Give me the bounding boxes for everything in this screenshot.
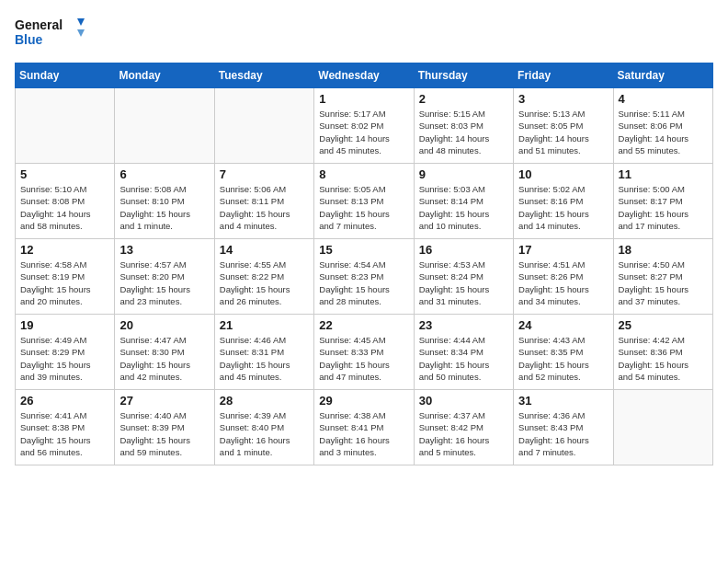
day-info: Sunrise: 5:11 AM Sunset: 8:06 PM Dayligh… <box>619 108 708 156</box>
week-row-3: 12Sunrise: 4:58 AM Sunset: 8:19 PM Dayli… <box>16 239 713 315</box>
svg-marker-3 <box>77 29 85 37</box>
calendar-cell: 19Sunrise: 4:49 AM Sunset: 8:29 PM Dayli… <box>16 315 115 390</box>
day-info: Sunrise: 4:50 AM Sunset: 8:27 PM Dayligh… <box>619 259 708 307</box>
calendar-cell: 18Sunrise: 4:50 AM Sunset: 8:27 PM Dayli… <box>613 239 712 315</box>
calendar-cell: 17Sunrise: 4:51 AM Sunset: 8:26 PM Dayli… <box>514 239 613 315</box>
day-number: 2 <box>419 92 508 106</box>
day-info: Sunrise: 5:08 AM Sunset: 8:10 PM Dayligh… <box>119 183 209 232</box>
day-info: Sunrise: 4:43 AM Sunset: 8:35 PM Dayligh… <box>518 334 608 383</box>
calendar-cell: 27Sunrise: 4:40 AM Sunset: 8:39 PM Dayli… <box>115 390 214 465</box>
day-number: 19 <box>20 318 109 332</box>
calendar-cell: 12Sunrise: 4:58 AM Sunset: 8:19 PM Dayli… <box>16 239 115 315</box>
column-header-saturday: Saturday <box>613 63 712 88</box>
day-number: 10 <box>518 167 608 181</box>
day-info: Sunrise: 4:39 AM Sunset: 8:40 PM Dayligh… <box>220 409 309 458</box>
column-header-thursday: Thursday <box>414 63 513 88</box>
calendar-cell: 7Sunrise: 5:06 AM Sunset: 8:11 PM Daylig… <box>214 164 313 239</box>
day-number: 15 <box>319 243 408 257</box>
day-number: 11 <box>619 167 708 181</box>
day-info: Sunrise: 5:03 AM Sunset: 8:14 PM Dayligh… <box>419 183 508 232</box>
day-info: Sunrise: 4:36 AM Sunset: 8:43 PM Dayligh… <box>518 409 608 458</box>
calendar-cell: 29Sunrise: 4:38 AM Sunset: 8:41 PM Dayli… <box>314 390 414 465</box>
calendar-table: SundayMondayTuesdayWednesdayThursdayFrid… <box>15 63 713 465</box>
week-row-1: 1Sunrise: 5:17 AM Sunset: 8:02 PM Daylig… <box>16 88 713 164</box>
day-info: Sunrise: 5:15 AM Sunset: 8:03 PM Dayligh… <box>419 108 508 156</box>
column-header-tuesday: Tuesday <box>214 63 313 88</box>
svg-text:Blue: Blue <box>15 32 43 47</box>
day-info: Sunrise: 4:54 AM Sunset: 8:23 PM Dayligh… <box>319 259 408 307</box>
day-number: 27 <box>119 394 209 408</box>
day-info: Sunrise: 4:58 AM Sunset: 8:19 PM Dayligh… <box>20 259 109 307</box>
column-header-monday: Monday <box>115 63 214 88</box>
day-number: 5 <box>20 167 109 181</box>
logo-svg: General Blue <box>15 15 88 52</box>
calendar-cell: 21Sunrise: 4:46 AM Sunset: 8:31 PM Dayli… <box>214 315 313 390</box>
calendar-cell: 24Sunrise: 4:43 AM Sunset: 8:35 PM Dayli… <box>514 315 613 390</box>
day-number: 13 <box>119 243 209 257</box>
day-number: 8 <box>319 167 408 181</box>
day-info: Sunrise: 5:13 AM Sunset: 8:05 PM Dayligh… <box>518 108 608 156</box>
day-number: 30 <box>419 394 508 408</box>
day-number: 25 <box>619 318 708 332</box>
day-number: 16 <box>419 243 508 257</box>
day-info: Sunrise: 5:10 AM Sunset: 8:08 PM Dayligh… <box>20 183 109 232</box>
week-row-5: 26Sunrise: 4:41 AM Sunset: 8:38 PM Dayli… <box>16 390 713 465</box>
calendar-cell: 28Sunrise: 4:39 AM Sunset: 8:40 PM Dayli… <box>214 390 313 465</box>
calendar-cell: 4Sunrise: 5:11 AM Sunset: 8:06 PM Daylig… <box>613 88 712 164</box>
day-number: 26 <box>20 394 109 408</box>
calendar-cell: 16Sunrise: 4:53 AM Sunset: 8:24 PM Dayli… <box>414 239 513 315</box>
day-number: 18 <box>619 243 708 257</box>
calendar-cell <box>613 390 712 465</box>
day-info: Sunrise: 5:02 AM Sunset: 8:16 PM Dayligh… <box>518 183 608 232</box>
day-info: Sunrise: 5:05 AM Sunset: 8:13 PM Dayligh… <box>319 183 408 232</box>
svg-marker-2 <box>77 18 85 26</box>
calendar-cell: 13Sunrise: 4:57 AM Sunset: 8:20 PM Dayli… <box>115 239 214 315</box>
day-number: 9 <box>419 167 508 181</box>
day-number: 31 <box>518 394 608 408</box>
day-number: 29 <box>319 394 408 408</box>
day-info: Sunrise: 4:45 AM Sunset: 8:33 PM Dayligh… <box>319 334 408 383</box>
column-header-wednesday: Wednesday <box>314 63 414 88</box>
day-number: 6 <box>119 167 209 181</box>
week-row-4: 19Sunrise: 4:49 AM Sunset: 8:29 PM Dayli… <box>16 315 713 390</box>
calendar-cell: 15Sunrise: 4:54 AM Sunset: 8:23 PM Dayli… <box>314 239 414 315</box>
calendar-cell: 22Sunrise: 4:45 AM Sunset: 8:33 PM Dayli… <box>314 315 414 390</box>
logo: General Blue <box>15 15 88 52</box>
day-number: 12 <box>20 243 109 257</box>
day-number: 28 <box>220 394 309 408</box>
day-number: 21 <box>220 318 309 332</box>
page-header: General Blue <box>15 15 713 52</box>
calendar-cell: 1Sunrise: 5:17 AM Sunset: 8:02 PM Daylig… <box>314 88 414 164</box>
calendar-cell: 10Sunrise: 5:02 AM Sunset: 8:16 PM Dayli… <box>514 164 613 239</box>
day-info: Sunrise: 4:37 AM Sunset: 8:42 PM Dayligh… <box>419 409 508 458</box>
day-info: Sunrise: 5:17 AM Sunset: 8:02 PM Dayligh… <box>319 108 408 156</box>
day-info: Sunrise: 4:53 AM Sunset: 8:24 PM Dayligh… <box>419 259 508 307</box>
day-info: Sunrise: 4:38 AM Sunset: 8:41 PM Dayligh… <box>319 409 408 458</box>
calendar-cell: 5Sunrise: 5:10 AM Sunset: 8:08 PM Daylig… <box>16 164 115 239</box>
calendar-cell: 2Sunrise: 5:15 AM Sunset: 8:03 PM Daylig… <box>414 88 513 164</box>
calendar-cell: 8Sunrise: 5:05 AM Sunset: 8:13 PM Daylig… <box>314 164 414 239</box>
svg-text:General: General <box>15 17 63 32</box>
calendar-cell: 31Sunrise: 4:36 AM Sunset: 8:43 PM Dayli… <box>514 390 613 465</box>
calendar-cell: 20Sunrise: 4:47 AM Sunset: 8:30 PM Dayli… <box>115 315 214 390</box>
day-info: Sunrise: 4:57 AM Sunset: 8:20 PM Dayligh… <box>119 259 209 307</box>
calendar-cell <box>16 88 115 164</box>
calendar-header-row: SundayMondayTuesdayWednesdayThursdayFrid… <box>16 63 713 88</box>
day-info: Sunrise: 4:44 AM Sunset: 8:34 PM Dayligh… <box>419 334 508 383</box>
day-info: Sunrise: 5:00 AM Sunset: 8:17 PM Dayligh… <box>619 183 708 232</box>
day-info: Sunrise: 5:06 AM Sunset: 8:11 PM Dayligh… <box>220 183 309 232</box>
day-info: Sunrise: 4:41 AM Sunset: 8:38 PM Dayligh… <box>20 409 109 458</box>
day-info: Sunrise: 4:49 AM Sunset: 8:29 PM Dayligh… <box>20 334 109 383</box>
calendar-cell: 14Sunrise: 4:55 AM Sunset: 8:22 PM Dayli… <box>214 239 313 315</box>
day-info: Sunrise: 4:46 AM Sunset: 8:31 PM Dayligh… <box>220 334 309 383</box>
column-header-sunday: Sunday <box>16 63 115 88</box>
day-info: Sunrise: 4:51 AM Sunset: 8:26 PM Dayligh… <box>518 259 608 307</box>
calendar-cell: 26Sunrise: 4:41 AM Sunset: 8:38 PM Dayli… <box>16 390 115 465</box>
day-number: 3 <box>518 92 608 106</box>
day-number: 22 <box>319 318 408 332</box>
day-number: 23 <box>419 318 508 332</box>
calendar-cell: 23Sunrise: 4:44 AM Sunset: 8:34 PM Dayli… <box>414 315 513 390</box>
calendar-cell: 25Sunrise: 4:42 AM Sunset: 8:36 PM Dayli… <box>613 315 712 390</box>
calendar-cell <box>214 88 313 164</box>
day-info: Sunrise: 4:55 AM Sunset: 8:22 PM Dayligh… <box>220 259 309 307</box>
